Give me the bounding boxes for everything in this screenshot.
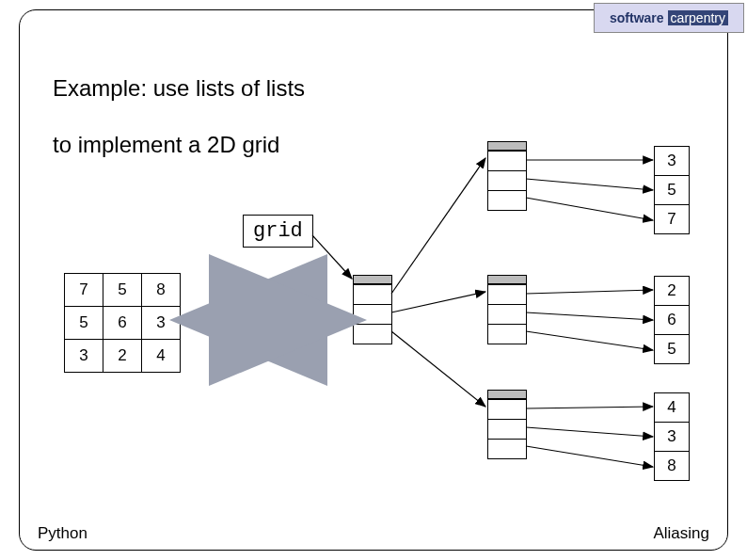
list-slot bbox=[354, 324, 391, 344]
logo-word-carpentry: carpentry bbox=[668, 10, 728, 25]
matrix-cell: 2 bbox=[103, 340, 142, 373]
list-slot bbox=[488, 151, 526, 170]
value-cell: 3 bbox=[654, 423, 690, 452]
value-cell: 5 bbox=[654, 335, 690, 364]
matrix-cell: 5 bbox=[103, 274, 142, 307]
matrix-cell: 3 bbox=[65, 340, 103, 373]
footer-left-label: Python bbox=[38, 524, 87, 543]
value-cell: 8 bbox=[654, 452, 690, 481]
heading-line-2: to implement a 2D grid bbox=[53, 132, 279, 158]
value-column-1: 3 5 7 bbox=[654, 146, 690, 234]
list-slot bbox=[488, 439, 526, 458]
list-slot bbox=[488, 419, 526, 439]
value-cell: 5 bbox=[654, 176, 690, 205]
footer-right-label: Aliasing bbox=[653, 524, 709, 543]
inner-list-box-3 bbox=[487, 390, 527, 459]
value-cell: 7 bbox=[654, 205, 690, 234]
logo-word-software: software bbox=[610, 10, 664, 25]
list-slot bbox=[488, 284, 526, 304]
list-header-bar bbox=[488, 391, 526, 399]
matrix-cell: 3 bbox=[142, 307, 181, 340]
list-slot bbox=[488, 170, 526, 190]
list-header-bar bbox=[488, 276, 526, 284]
value-cell: 6 bbox=[654, 306, 690, 335]
matrix-cell: 6 bbox=[103, 307, 142, 340]
value-column-3: 4 3 8 bbox=[654, 392, 690, 481]
heading-line-1: Example: use lists of lists bbox=[53, 75, 305, 102]
outer-list-box bbox=[353, 275, 392, 344]
value-column-2: 2 6 5 bbox=[654, 276, 690, 364]
grid-variable-label: grid bbox=[243, 215, 313, 248]
table-row: 3 2 4 bbox=[65, 340, 181, 373]
table-row: 5 6 3 bbox=[65, 307, 181, 340]
list-header-bar bbox=[488, 142, 526, 151]
matrix-table: 7 5 8 5 6 3 3 2 4 bbox=[64, 273, 181, 373]
matrix-cell: 5 bbox=[65, 307, 103, 340]
list-slot bbox=[354, 284, 391, 304]
table-row: 7 5 8 bbox=[65, 274, 181, 307]
logo-software-carpentry: software carpentry bbox=[594, 3, 744, 33]
matrix-cell: 7 bbox=[65, 274, 103, 307]
list-slot bbox=[354, 304, 391, 324]
value-cell: 4 bbox=[654, 392, 690, 423]
matrix-cell: 8 bbox=[142, 274, 181, 307]
inner-list-box-2 bbox=[487, 275, 527, 344]
inner-list-box-1 bbox=[487, 141, 527, 211]
value-cell: 3 bbox=[654, 146, 690, 176]
value-cell: 2 bbox=[654, 276, 690, 306]
matrix-cell: 4 bbox=[142, 340, 181, 373]
list-header-bar bbox=[354, 276, 391, 284]
list-slot bbox=[488, 399, 526, 419]
list-slot bbox=[488, 304, 526, 324]
list-slot bbox=[488, 324, 526, 344]
list-slot bbox=[488, 190, 526, 210]
